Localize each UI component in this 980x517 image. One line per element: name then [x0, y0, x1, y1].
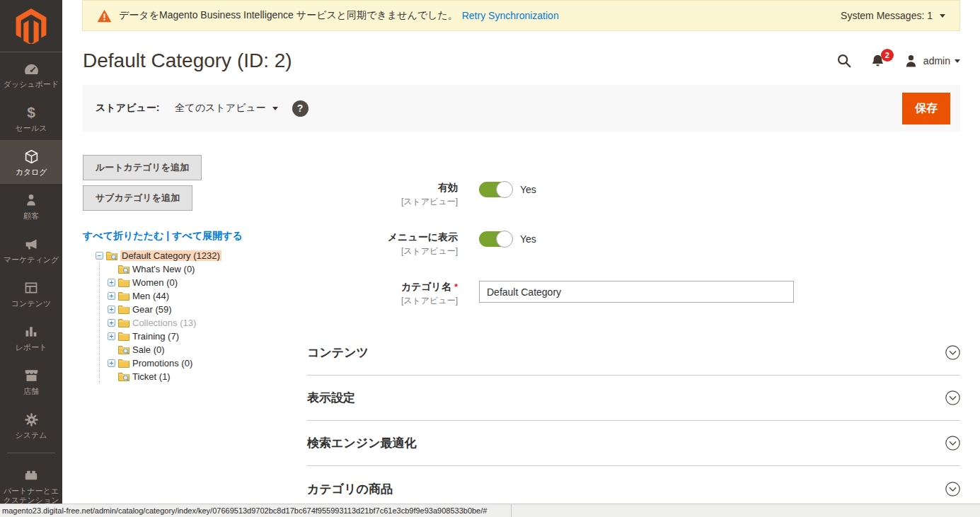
section-display-settings[interactable]: 表示設定	[307, 376, 960, 421]
chevron-down-icon[interactable]	[945, 345, 960, 360]
admin-sidebar: ダッシュボード $ セールス カタログ 顧客 マーケティング コンテンツ レポー…	[0, 0, 62, 504]
expand-expander-icon[interactable]: +	[108, 292, 115, 300]
sidebar-item-dashboard[interactable]: ダッシュボード	[0, 52, 62, 96]
sidebar-item-customers[interactable]: 顧客	[0, 184, 62, 228]
notifications-bell-icon[interactable]: 2	[870, 54, 885, 69]
enable-toggle[interactable]	[479, 182, 512, 197]
add-root-category-button[interactable]: ルートカテゴリを追加	[83, 155, 202, 180]
category-name-field: カテゴリ名* [ストアビュー]	[307, 281, 960, 307]
tree-item-label[interactable]: Promotions (0)	[132, 358, 192, 368]
expand-expander-icon[interactable]: +	[108, 279, 115, 286]
required-asterisk: *	[454, 281, 458, 292]
reports-icon	[24, 323, 38, 340]
sidebar-item-system[interactable]: システム	[0, 403, 62, 447]
content-icon	[24, 279, 38, 296]
folder-open-icon	[106, 251, 117, 260]
sidebar-item-sales[interactable]: $ セールス	[0, 96, 62, 140]
sidebar-item-catalog[interactable]: カタログ	[0, 140, 62, 184]
chevron-down-icon[interactable]	[945, 482, 960, 496]
expand-expander-icon[interactable]: +	[108, 319, 115, 327]
search-icon[interactable]	[836, 53, 852, 69]
help-icon[interactable]: ?	[292, 100, 309, 117]
section-seo[interactable]: 検索エンジン最適化	[307, 421, 960, 466]
folder-icon	[118, 332, 129, 341]
category-tree: − Default Category (1232) What's New (0)…	[83, 249, 306, 383]
category-tree-panel: ルートカテゴリを追加 サブカテゴリを追加 すべて折りたたむ|すべて展開する − …	[83, 155, 306, 511]
folder-icon	[118, 265, 129, 274]
tree-item-label[interactable]: Men (44)	[132, 291, 169, 301]
stores-icon	[24, 367, 39, 384]
sidebar-item-content[interactable]: コンテンツ	[0, 272, 62, 315]
sidebar-item-stores[interactable]: 店舗	[0, 359, 62, 403]
notification-count-badge: 2	[881, 49, 894, 62]
tree-links: すべて折りたたむ|すべて展開する	[83, 230, 306, 243]
tree-item-label[interactable]: Ticket (1)	[132, 371, 171, 382]
folder-icon	[118, 372, 129, 381]
tree-item-label[interactable]: What's New (0)	[132, 264, 195, 274]
partners-icon	[23, 467, 39, 484]
system-messages-caret-icon[interactable]	[940, 14, 945, 18]
retry-synchronization-link[interactable]: Retry Synchronization	[462, 10, 559, 21]
main-area: データをMagento Business Intelligence サービスと同…	[62, 0, 980, 504]
collapse-expander-icon[interactable]: −	[96, 252, 103, 260]
sales-icon: $	[27, 104, 35, 121]
tree-item-label[interactable]: Sale (0)	[132, 344, 165, 355]
store-view-label: ストアビュー:	[96, 102, 159, 115]
tree-item[interactable]: + Training (7)	[108, 330, 306, 343]
enable-category-field: 有効 [ストアビュー] Yes	[307, 182, 960, 208]
tree-item-label[interactable]: Gear (59)	[132, 304, 172, 315]
store-view-selector[interactable]: 全てのストアビュー	[175, 102, 277, 115]
add-subcategory-button[interactable]: サブカテゴリを追加	[83, 185, 192, 211]
tree-item[interactable]: + Collections (13)	[108, 316, 306, 330]
warning-icon	[97, 9, 112, 23]
system-messages-label: System Messages: 1	[841, 10, 933, 21]
expand-all-link[interactable]: すべて展開する	[172, 230, 243, 241]
category-form: 有効 [ストアビュー] Yes メニューに表示 [ストアビュー]	[306, 155, 960, 511]
tree-item[interactable]: Ticket (1)	[108, 370, 306, 383]
include-in-menu-field: メニューに表示 [ストアビュー] Yes	[307, 231, 960, 257]
admin-account-menu[interactable]: admin	[904, 54, 960, 69]
enable-toggle-value: Yes	[520, 182, 536, 197]
enable-scope-label: [ストアビュー]	[307, 196, 458, 208]
section-content[interactable]: コンテンツ	[307, 330, 960, 376]
browser-status-bar: magento23.digital-free.net/admin/catalog…	[0, 504, 980, 517]
menu-label: メニューに表示	[307, 231, 458, 244]
magento-logo[interactable]	[0, 0, 62, 52]
include-in-menu-toggle[interactable]	[479, 231, 512, 247]
tree-item[interactable]: Sale (0)	[108, 343, 306, 356]
expand-expander-icon[interactable]: +	[108, 306, 115, 313]
tree-item[interactable]: + Gear (59)	[108, 303, 306, 316]
banner-message: データをMagento Business Intelligence サービスと同…	[119, 9, 458, 22]
category-name-input[interactable]	[479, 281, 794, 303]
chevron-down-icon[interactable]	[945, 436, 960, 451]
chevron-down-icon[interactable]	[945, 390, 960, 405]
tree-item-root[interactable]: − Default Category (1232)	[96, 249, 306, 262]
collapse-all-link[interactable]: すべて折りたたむ	[83, 230, 163, 241]
marketing-icon	[24, 236, 39, 252]
catalog-icon	[24, 148, 39, 165]
sidebar-item-reports[interactable]: レポート	[0, 315, 62, 359]
tree-item-label[interactable]: Default Category (1232)	[120, 250, 221, 261]
tree-item[interactable]: + Women (0)	[108, 276, 306, 289]
page-title: Default Category (ID: 2)	[83, 50, 292, 72]
name-scope-label: [ストアビュー]	[307, 295, 458, 307]
tree-item[interactable]: + Men (44)	[108, 289, 306, 303]
expand-expander-icon[interactable]: +	[108, 359, 115, 367]
sidebar-item-marketing[interactable]: マーケティング	[0, 228, 62, 272]
user-icon	[904, 54, 918, 69]
save-button[interactable]: 保存	[902, 93, 950, 124]
tree-item[interactable]: What's New (0)	[108, 262, 306, 276]
menu-toggle-value: Yes	[520, 231, 536, 247]
folder-icon	[118, 305, 129, 314]
tree-item[interactable]: + Promotions (0)	[108, 356, 306, 370]
enable-label: 有効	[307, 182, 458, 194]
store-view-caret-icon	[272, 107, 278, 110]
system-icon	[24, 411, 39, 428]
store-view-bar: ストアビュー: 全てのストアビュー ? 保存	[83, 85, 960, 132]
tree-item-label[interactable]: Women (0)	[132, 277, 178, 288]
system-message-banner: データをMagento Business Intelligence サービスと同…	[82, 0, 960, 31]
tree-item-label[interactable]: Training (7)	[132, 331, 179, 342]
dashboard-icon	[23, 60, 40, 77]
tree-item-label[interactable]: Collections (13)	[132, 318, 196, 328]
expand-expander-icon[interactable]: +	[108, 332, 115, 340]
